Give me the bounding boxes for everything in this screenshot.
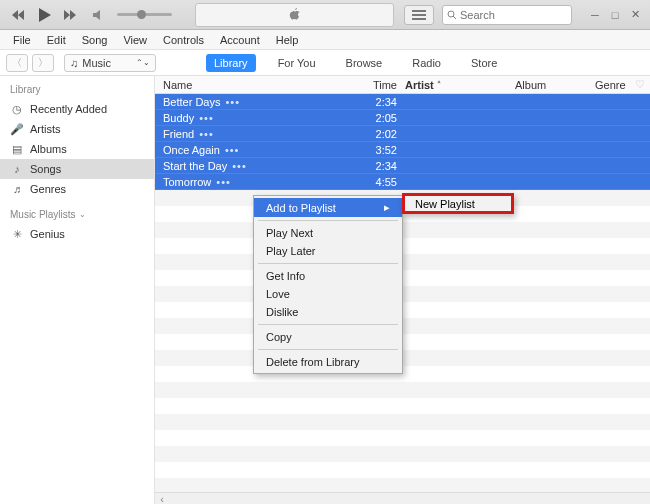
svg-line-1: [453, 16, 456, 19]
tab-browse[interactable]: Browse: [338, 54, 391, 72]
music-note-icon: ♫: [70, 57, 78, 69]
context-play-next[interactable]: Play Next: [254, 224, 402, 242]
empty-row: [155, 462, 650, 478]
tab-library[interactable]: Library: [206, 54, 256, 72]
tab-for-you[interactable]: For You: [270, 54, 324, 72]
context-separator: [258, 220, 398, 221]
forward-button[interactable]: 〉: [32, 54, 54, 72]
context-add-to-playlist[interactable]: Add to Playlist▸: [254, 198, 402, 217]
menu-bar: FileEditSongViewControlsAccountHelp: [0, 30, 650, 50]
guitar-icon: ♬: [10, 182, 24, 196]
empty-row: [155, 398, 650, 414]
empty-row: [155, 382, 650, 398]
context-separator: [258, 324, 398, 325]
context-delete-from-library[interactable]: Delete from Library: [254, 353, 402, 371]
play-button[interactable]: [36, 6, 54, 24]
mic-icon: 🎤: [10, 122, 24, 136]
col-time[interactable]: Time: [355, 79, 405, 91]
sidebar-item-albums[interactable]: ▤Albums: [0, 139, 154, 159]
track-more-icon[interactable]: •••: [225, 144, 240, 156]
window-controls: ─ □ ✕: [580, 8, 650, 22]
sidebar-item-genres[interactable]: ♬Genres: [0, 179, 154, 199]
scroll-left-icon[interactable]: ‹: [155, 493, 169, 505]
track-list: Better Days•••2:34Buddy•••2:05Friend•••2…: [155, 94, 650, 504]
track-row[interactable]: Once Again•••3:52: [155, 142, 650, 158]
chevron-updown-icon: ⌃⌄: [136, 58, 150, 67]
context-get-info[interactable]: Get Info: [254, 267, 402, 285]
horizontal-scrollbar[interactable]: ‹: [155, 492, 650, 504]
menu-song[interactable]: Song: [75, 32, 115, 48]
track-more-icon[interactable]: •••: [232, 160, 247, 172]
col-loved[interactable]: ♡: [630, 78, 650, 91]
volume-low-icon: [88, 6, 106, 24]
main-content: Name Time Artist ˄ Album Genre ♡ Better …: [155, 76, 650, 504]
source-dropdown[interactable]: ♫ Music ⌃⌄: [64, 54, 156, 72]
close-button[interactable]: ✕: [628, 8, 642, 22]
volume-slider[interactable]: [117, 13, 172, 16]
sort-asc-icon: ˄: [437, 80, 441, 89]
menu-account[interactable]: Account: [213, 32, 267, 48]
tab-radio[interactable]: Radio: [404, 54, 449, 72]
track-row[interactable]: Friend•••2:02: [155, 126, 650, 142]
now-playing-pane: [195, 3, 394, 27]
submenu-arrow-icon: ▸: [384, 201, 390, 214]
col-artist[interactable]: Artist ˄: [405, 79, 515, 91]
tab-store[interactable]: Store: [463, 54, 505, 72]
submenu-label: New Playlist: [415, 198, 475, 210]
search-icon: [447, 10, 457, 20]
track-row[interactable]: Buddy•••2:05: [155, 110, 650, 126]
menu-file[interactable]: File: [6, 32, 38, 48]
sidebar-playlist-genius[interactable]: ✳Genius: [0, 224, 154, 244]
track-more-icon[interactable]: •••: [216, 176, 231, 188]
search-box[interactable]: [442, 5, 572, 25]
empty-row: [155, 446, 650, 462]
back-button[interactable]: 〈: [6, 54, 28, 72]
sub-nav: 〈 〉 ♫ Music ⌃⌄ LibraryFor YouBrowseRadio…: [0, 50, 650, 76]
track-row[interactable]: Better Days•••2:34: [155, 94, 650, 110]
context-dislike[interactable]: Dislike: [254, 303, 402, 321]
track-more-icon[interactable]: •••: [199, 112, 214, 124]
prev-button[interactable]: [10, 6, 28, 24]
sidebar-section-playlists[interactable]: Music Playlists ⌄: [0, 199, 154, 224]
context-play-later[interactable]: Play Later: [254, 242, 402, 260]
minimize-button[interactable]: ─: [588, 8, 602, 22]
genius-icon: ✳: [10, 227, 24, 241]
title-bar: ─ □ ✕: [0, 0, 650, 30]
album-icon: ▤: [10, 142, 24, 156]
menu-edit[interactable]: Edit: [40, 32, 73, 48]
clock-icon: ◷: [10, 102, 24, 116]
context-copy[interactable]: Copy: [254, 328, 402, 346]
track-more-icon[interactable]: •••: [225, 96, 240, 108]
note-icon: ♪: [10, 162, 24, 176]
track-more-icon[interactable]: •••: [199, 128, 214, 140]
context-menu: Add to Playlist▸Play NextPlay LaterGet I…: [253, 195, 403, 374]
next-button[interactable]: [62, 6, 80, 24]
chevron-down-icon: ⌄: [79, 210, 86, 219]
search-input[interactable]: [460, 9, 550, 21]
empty-row: [155, 430, 650, 446]
list-view-button[interactable]: [404, 5, 434, 25]
sidebar-item-artists[interactable]: 🎤Artists: [0, 119, 154, 139]
context-submenu-new-playlist[interactable]: New Playlist: [402, 193, 514, 214]
context-love[interactable]: Love: [254, 285, 402, 303]
transport-controls: [0, 6, 185, 24]
track-row[interactable]: Tomorrow•••4:55: [155, 174, 650, 190]
track-row[interactable]: Start the Day•••2:34: [155, 158, 650, 174]
sidebar: Library ◷Recently Added🎤Artists▤Albums♪S…: [0, 76, 155, 504]
apple-logo-icon: [287, 7, 303, 23]
empty-row: [155, 414, 650, 430]
col-name[interactable]: Name: [155, 79, 355, 91]
sidebar-item-recently-added[interactable]: ◷Recently Added: [0, 99, 154, 119]
menu-view[interactable]: View: [116, 32, 154, 48]
context-separator: [258, 349, 398, 350]
sidebar-section-library: Library: [0, 82, 154, 99]
maximize-button[interactable]: □: [608, 8, 622, 22]
col-genre[interactable]: Genre: [595, 79, 630, 91]
menu-controls[interactable]: Controls: [156, 32, 211, 48]
column-headers[interactable]: Name Time Artist ˄ Album Genre ♡: [155, 76, 650, 94]
context-separator: [258, 263, 398, 264]
sidebar-item-songs[interactable]: ♪Songs: [0, 159, 154, 179]
content-tabs: LibraryFor YouBrowseRadioStore: [206, 54, 505, 72]
menu-help[interactable]: Help: [269, 32, 306, 48]
col-album[interactable]: Album: [515, 79, 595, 91]
